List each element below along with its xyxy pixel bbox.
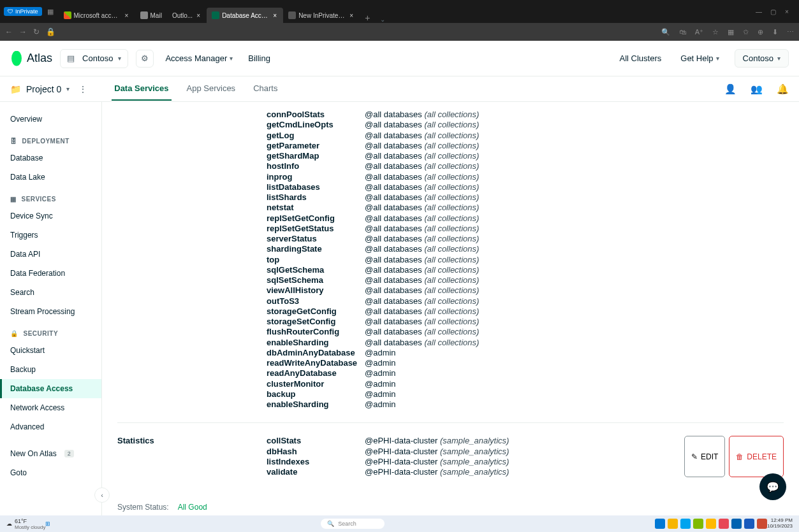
app-icon[interactable] — [744, 519, 754, 529]
tab-menu-icon[interactable]: ⌄ — [375, 16, 390, 23]
sidebar-item-data-federation[interactable]: Data Federation — [0, 264, 101, 283]
user-icon[interactable]: 👤 — [724, 83, 737, 95]
chevron-down-icon: ▾ — [716, 55, 719, 62]
start-icon[interactable]: ⊞ — [45, 521, 50, 527]
project-selector[interactable]: 📁 Project 0 ▾ — [10, 84, 70, 94]
app-icon[interactable] — [680, 519, 691, 529]
sidebar-item-overview[interactable]: Overview — [0, 110, 101, 129]
extension-icon[interactable]: ▦ — [728, 28, 734, 36]
permission-row: connPoolStats@all databases (all collect… — [267, 110, 784, 120]
download-icon[interactable]: ⬇ — [772, 28, 778, 36]
browser-tab[interactable]: New InPrivate tab× — [283, 8, 360, 23]
sidebar-item-goto[interactable]: Goto — [0, 463, 101, 482]
close-icon[interactable]: × — [195, 13, 202, 19]
chevron-down-icon: ▾ — [118, 55, 121, 62]
sidebar-item-triggers[interactable]: Triggers — [0, 226, 101, 245]
sidebar-item-search[interactable]: Search — [0, 283, 101, 302]
app-icon[interactable] — [719, 519, 729, 529]
permission-target: @all databases (all collections) — [365, 182, 479, 192]
weather-widget[interactable]: ☁ 61°F Mostly cloudy — [6, 518, 45, 530]
permission-row: getShardMap@all databases (all collectio… — [267, 151, 784, 161]
sidebar-item-network-access[interactable]: Network Access — [0, 398, 101, 417]
project-name: Project 0 — [26, 84, 61, 94]
get-help-link[interactable]: Get Help▾ — [677, 54, 722, 63]
sidebar-item-database[interactable]: Database — [0, 148, 101, 168]
close-icon[interactable]: × — [124, 12, 130, 18]
settings-button[interactable]: ⚙ — [136, 50, 154, 68]
sidebar-label: Data Federation — [10, 269, 65, 278]
sidebar-item-data-api[interactable]: Data API — [0, 245, 101, 264]
tab-app-services[interactable]: App Services — [184, 77, 238, 101]
collapse-sidebar-button[interactable]: ‹ — [94, 487, 110, 503]
zoom-icon[interactable]: 🔍 — [661, 28, 670, 36]
status-value[interactable]: All Good — [178, 503, 207, 512]
app-icon[interactable] — [668, 519, 678, 529]
browser-tab-active[interactable]: Database Access | Cloud: Mongo× — [207, 8, 283, 23]
app-icon[interactable] — [731, 519, 742, 529]
org-icon: ▤ — [67, 54, 77, 64]
refresh-icon[interactable]: ↻ — [33, 27, 40, 36]
favorites-icon[interactable]: ✩ — [743, 28, 749, 36]
sidebar-item-data-lake[interactable]: Data Lake — [0, 168, 101, 187]
sidebar-item-stream-processing[interactable]: Stream Processing — [0, 302, 101, 321]
org-name: Contoso — [82, 54, 113, 63]
close-icon[interactable]: × — [348, 12, 355, 18]
sidebar-item-backup[interactable]: Backup — [0, 360, 101, 379]
tab-data-services[interactable]: Data Services — [112, 77, 171, 101]
invite-icon[interactable]: 👥 — [751, 83, 763, 95]
browser-menu-icon[interactable]: ⋯ — [787, 28, 794, 36]
forward-icon[interactable]: → — [19, 27, 27, 36]
bell-icon[interactable]: 🔔 — [777, 83, 789, 95]
favicon-icon — [140, 11, 148, 19]
access-manager-link[interactable]: Access Manager▾ — [161, 54, 237, 63]
chat-button[interactable]: 💬 — [759, 473, 786, 500]
address-icons: 🔍 🛍 A⁺ ☆ ▦ ✩ ⊕ ⬇ ⋯ — [661, 28, 794, 36]
permission-name: serverStatus — [267, 234, 365, 244]
permission-name: enableSharding — [267, 338, 365, 348]
close-window-icon[interactable]: × — [782, 7, 791, 16]
tab-title: Outlo... — [172, 12, 193, 19]
back-icon[interactable]: ← — [5, 27, 13, 36]
browser-tab[interactable]: Mail — [135, 8, 167, 23]
edit-button[interactable]: ✎EDIT — [684, 436, 725, 477]
taskbar-search[interactable]: 🔍Search — [321, 519, 385, 529]
billing-link[interactable]: Billing — [244, 54, 274, 63]
app-icon[interactable] — [655, 519, 665, 529]
new-tab-button[interactable]: + — [360, 13, 375, 23]
sidebar-item-device-sync[interactable]: Device Sync — [0, 206, 101, 226]
sidebar-section-services: ▦SERVICES — [0, 187, 101, 206]
chevron-left-icon: ‹ — [101, 491, 103, 499]
minimize-icon[interactable]: — — [754, 7, 763, 16]
browser-tab[interactable]: Microsoft account | Home× — [59, 8, 135, 23]
org-selector[interactable]: ▤ Contoso ▾ — [60, 49, 128, 68]
shopping-icon[interactable]: 🛍 — [679, 28, 686, 36]
permission-row: sqlGetSchema@all databases (all collecti… — [267, 265, 784, 275]
app-icon[interactable] — [693, 519, 703, 529]
star-icon[interactable]: ☆ — [712, 28, 719, 36]
sidebar-item-database-access[interactable]: Database Access — [0, 379, 101, 398]
sidebar-item-advanced[interactable]: Advanced — [0, 417, 101, 436]
workspace-icon[interactable]: ▦ — [47, 8, 54, 16]
tab-charts[interactable]: Charts — [251, 77, 280, 101]
sidebar-item-quickstart[interactable]: Quickstart — [0, 341, 101, 360]
user-menu[interactable]: Contoso▾ — [735, 49, 789, 68]
delete-button[interactable]: 🗑DELETE — [729, 436, 784, 477]
button-label: DELETE — [747, 452, 777, 461]
app-icon[interactable] — [706, 519, 716, 529]
sidebar-item-new-on-atlas[interactable]: New On Atlas2 — [0, 444, 101, 463]
maximize-icon[interactable]: ▢ — [768, 7, 777, 16]
all-clusters-link[interactable]: All Clusters — [616, 54, 666, 63]
permission-name: shardingState — [267, 244, 365, 254]
atlas-logo[interactable]: Atlas — [10, 51, 52, 66]
database-icon: 🗄 — [10, 138, 17, 145]
clock[interactable]: 12:49 PM 10/19/2023 — [767, 518, 793, 529]
sidebar-label: Data API — [10, 250, 40, 259]
project-menu-icon[interactable]: ⋮ — [75, 84, 91, 94]
app-icon[interactable] — [757, 519, 767, 529]
close-icon[interactable]: × — [272, 12, 278, 18]
text-icon[interactable]: A⁺ — [695, 28, 703, 36]
permission-name: listDatabases — [267, 182, 365, 192]
browser-tab[interactable]: Outlo...× — [167, 8, 207, 23]
collections-icon[interactable]: ⊕ — [758, 28, 763, 36]
permission-name: getShardMap — [267, 151, 365, 161]
